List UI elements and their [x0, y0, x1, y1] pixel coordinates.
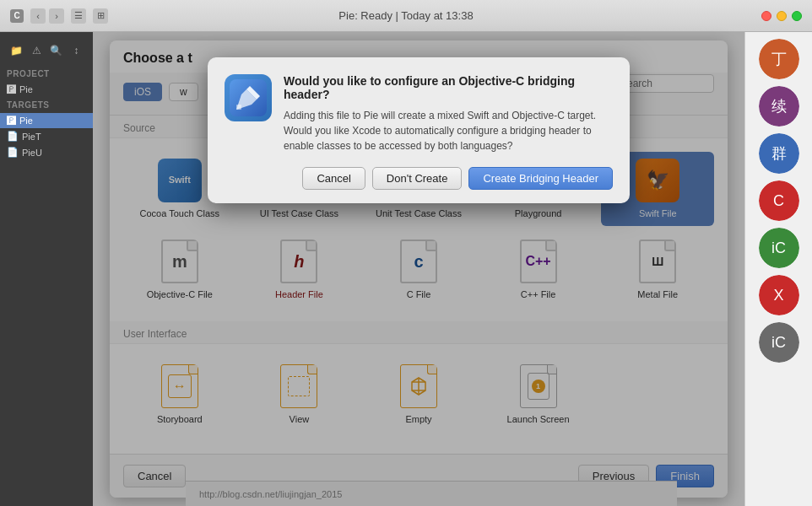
xcode-icon [225, 74, 272, 121]
minimize-button[interactable] [777, 11, 787, 21]
content-area: Choose a t iOS w Source [93, 32, 744, 506]
close-button[interactable] [761, 11, 771, 21]
sidebar-toolbar: 📁 ⚠ 🔍 ↕ [0, 39, 93, 62]
sidebar-icon-folder[interactable]: 📁 [8, 42, 25, 59]
sidebar: 📁 ⚠ 🔍 ↕ PROJECT 🅿 Pie TARGETS 🅿 Pie 📄 Pi… [0, 32, 93, 506]
sidebar-icon-warn[interactable]: ⚠ [28, 42, 45, 59]
sidebar-item-pieu[interactable]: 📄 PieU [0, 144, 93, 160]
sidebar-icon-git[interactable]: ↕ [68, 42, 84, 59]
alert-overlay: Would you like to configure an Objective… [93, 32, 744, 506]
avatar-6[interactable]: X [759, 275, 799, 315]
app-icon-area: C ‹ › ☰ ⊞ [10, 8, 108, 24]
title-bar: C ‹ › ☰ ⊞ Pie: Ready | Today at 13:38 [0, 0, 812, 32]
main-layout: 📁 ⚠ 🔍 ↕ PROJECT 🅿 Pie TARGETS 🅿 Pie 📄 Pi… [0, 32, 812, 506]
sidebar-icon-inspect[interactable]: 🔍 [48, 42, 65, 59]
avatar-4[interactable]: C [759, 180, 799, 221]
nav-back-button[interactable]: ‹ [30, 8, 46, 24]
alert-title: Would you like to configure an Objective… [284, 74, 613, 101]
sidebar-item-project[interactable]: 🅿 Pie [0, 82, 93, 97]
alert-text-area: Would you like to configure an Objective… [284, 74, 613, 153]
alert-body: Adding this file to Pie will create a mi… [284, 108, 613, 153]
pieu-icon: 📄 [7, 147, 19, 158]
avatar-2[interactable]: 续 [759, 86, 799, 126]
piet-icon: 📄 [7, 131, 19, 142]
app-icon: C [10, 9, 24, 23]
avatar-3[interactable]: 群 [759, 133, 799, 174]
sidebar-targets-section: TARGETS [0, 97, 93, 113]
svg-rect-1 [236, 105, 241, 110]
avatar-5[interactable]: iC [759, 228, 799, 268]
project-icon: 🅿 [7, 84, 16, 94]
main-window: C ‹ › ☰ ⊞ Pie: Ready | Today at 13:38 📁 … [0, 0, 812, 506]
avatar-7[interactable]: iC [759, 322, 799, 363]
sidebar-item-piet[interactable]: 📄 PieT [0, 128, 93, 144]
pie-icon: 🅿 [7, 116, 16, 126]
alert-buttons: Cancel Don't Create Create Bridging Head… [208, 167, 630, 203]
nav-forward-button[interactable]: › [49, 8, 64, 24]
traffic-lights [761, 11, 802, 21]
avatar-1[interactable]: 丁 [759, 39, 799, 79]
alert-icon [225, 74, 272, 121]
alert-content: Would you like to configure an Objective… [208, 57, 630, 167]
alert-dialog: Would you like to configure an Objective… [208, 57, 630, 203]
maximize-button[interactable] [792, 11, 802, 21]
grid-toggle-button[interactable]: ⊞ [93, 8, 108, 24]
alert-create-button[interactable]: Create Bridging Header [468, 167, 613, 190]
social-panel: 丁 续 群 C iC X iC [744, 32, 812, 506]
nav-buttons: ‹ › [30, 8, 64, 24]
sidebar-project-section: PROJECT [0, 66, 93, 82]
sidebar-item-pie[interactable]: 🅿 Pie [0, 113, 93, 128]
alert-cancel-button[interactable]: Cancel [302, 167, 365, 190]
sidebar-toggle-button[interactable]: ☰ [71, 8, 86, 24]
window-title: Pie: Ready | Today at 13:38 [338, 9, 473, 22]
alert-dont-create-button[interactable]: Don't Create [372, 167, 463, 190]
